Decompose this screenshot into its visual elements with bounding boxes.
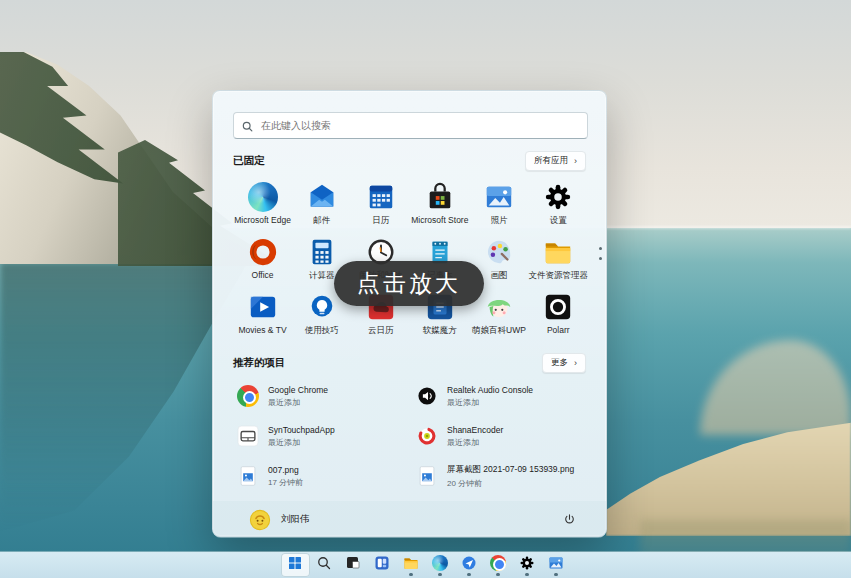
pinned-app-label: 邮件	[313, 215, 330, 227]
pinned-app-calendar[interactable]: 日历	[351, 179, 410, 234]
page-indicator[interactable]	[599, 247, 602, 260]
pinned-app-label: 计算器	[309, 270, 335, 282]
user-account-button[interactable]: 刘阳伟	[249, 509, 310, 531]
zoom-tooltip-label: 点击放大	[357, 268, 461, 299]
store-icon	[425, 182, 455, 212]
edge-icon	[432, 555, 449, 572]
recommended-item[interactable]: Google Chrome最近添加	[237, 376, 408, 416]
recommended-item-meta: 最近添加	[447, 437, 503, 448]
avatar-icon	[249, 517, 271, 534]
paint-icon	[484, 237, 514, 267]
explorer-icon	[543, 237, 573, 267]
win-start-icon	[287, 555, 304, 572]
recommended-item-name: Realtek Audio Console	[447, 385, 533, 395]
pinned-app-label: 萌娘百科UWP	[472, 325, 526, 337]
running-indicator-dot	[409, 573, 413, 576]
page-indicator-dot[interactable]	[599, 257, 602, 260]
taskbar	[0, 552, 851, 578]
search-input[interactable]	[233, 112, 588, 139]
zoom-tooltip[interactable]: 点击放大	[334, 261, 484, 306]
pinned-app-edge[interactable]: Microsoft Edge	[233, 179, 292, 234]
settings-icon	[519, 555, 536, 572]
image-file-icon	[416, 465, 438, 487]
running-indicator-dot	[525, 573, 529, 576]
recommended-item-name: 屏幕截图 2021-07-09 153939.png	[447, 464, 574, 476]
pinned-app-label: 日历	[372, 215, 389, 227]
taskbar-button-edge[interactable]	[426, 553, 455, 577]
recommended-item-name: SynTouchpadApp	[268, 425, 335, 435]
taskbar-button-search[interactable]	[310, 553, 339, 577]
moegirl-icon	[484, 292, 514, 322]
chrome-icon	[490, 555, 507, 572]
taskbar-button-file-explorer[interactable]	[397, 553, 426, 577]
recommended-item-name: Google Chrome	[268, 385, 328, 395]
recommended-item[interactable]: Realtek Audio Console最近添加	[416, 376, 587, 416]
calendar-icon	[366, 182, 396, 212]
shana-icon	[416, 425, 438, 447]
pinned-app-polarr[interactable]: Polarr	[528, 289, 588, 344]
pinned-title: 已固定	[233, 154, 265, 168]
realtek-icon	[416, 385, 438, 407]
recommended-title: 推荐的项目	[233, 356, 286, 370]
recommended-item-meta: 最近添加	[268, 437, 335, 448]
pinned-app-movies[interactable]: Movies & TV	[233, 289, 292, 344]
photos-icon	[484, 182, 514, 212]
taskbar-button-settings[interactable]	[513, 553, 542, 577]
image-file-icon	[237, 465, 259, 487]
running-indicator-dot	[554, 573, 558, 576]
pinned-app-explorer[interactable]: 文件资源管理器	[528, 234, 588, 289]
movies-icon	[248, 292, 278, 322]
tips-icon	[307, 292, 337, 322]
taskbar-button-widgets[interactable]	[368, 553, 397, 577]
all-apps-button[interactable]: 所有应用 ›	[525, 151, 586, 171]
pinned-app-settings[interactable]: 设置	[528, 179, 588, 234]
recommended-item[interactable]: ShanaEncoder最近添加	[416, 416, 587, 456]
polarr-icon	[543, 292, 573, 322]
start-menu: 已固定 所有应用 › Microsoft Edge邮件日历Microsoft S…	[212, 90, 607, 537]
taskbar-button-maps[interactable]	[455, 553, 484, 577]
search-icon	[241, 119, 254, 132]
taskbar-button-chrome[interactable]	[484, 553, 513, 577]
touchpad-icon	[237, 425, 259, 447]
pinned-app-mail[interactable]: 邮件	[292, 179, 351, 234]
running-indicator-dot	[496, 573, 500, 576]
page-indicator-dot[interactable]	[599, 247, 602, 250]
more-button[interactable]: 更多 ›	[542, 353, 586, 373]
desktop: 已固定 所有应用 › Microsoft Edge邮件日历Microsoft S…	[0, 0, 851, 578]
recommended-item-meta: 17 分钟前	[268, 477, 303, 488]
pinned-app-photos[interactable]: 照片	[469, 179, 528, 234]
taskbar-button-photos[interactable]	[542, 553, 571, 577]
recommended-item-name: 007.png	[268, 465, 303, 475]
recommended-item-name: ShanaEncoder	[447, 425, 503, 435]
pinned-app-store[interactable]: Microsoft Store	[410, 179, 469, 234]
recommended-grid: Google Chrome最近添加Realtek Audio Console最近…	[237, 376, 587, 496]
pinned-app-label: 照片	[490, 215, 507, 227]
pinned-app-label: Microsoft Store	[411, 215, 468, 225]
search-box[interactable]	[233, 112, 588, 139]
recommended-item[interactable]: 007.png17 分钟前	[237, 456, 408, 496]
recommended-item-meta: 最近添加	[268, 397, 328, 408]
tb-search-icon	[316, 555, 333, 572]
pinned-app-label: 设置	[550, 215, 567, 227]
recommended-item[interactable]: SynTouchpadApp最近添加	[237, 416, 408, 456]
widgets-icon	[374, 555, 391, 572]
pinned-app-label: Office	[252, 270, 274, 280]
settings-icon	[543, 182, 573, 212]
user-name: 刘阳伟	[281, 513, 310, 526]
running-indicator-dot	[438, 573, 442, 576]
taskview-icon	[345, 555, 362, 572]
chevron-right-icon: ›	[574, 157, 577, 166]
chrome-icon	[237, 385, 259, 407]
recommended-item-meta: 最近添加	[447, 397, 533, 408]
power-button[interactable]	[558, 509, 580, 531]
taskbar-items	[281, 553, 571, 577]
recommended-item[interactable]: 屏幕截图 2021-07-09 153939.png20 分钟前	[416, 456, 587, 496]
pinned-app-label: Microsoft Edge	[234, 215, 291, 225]
pinned-app-label: 云日历	[368, 325, 394, 337]
power-icon	[563, 513, 576, 526]
pinned-app-office[interactable]: Office	[233, 234, 292, 289]
pinned-app-label: Movies & TV	[239, 325, 287, 335]
taskbar-button-start[interactable]	[281, 553, 310, 577]
taskbar-button-task-view[interactable]	[339, 553, 368, 577]
pinned-app-label: 文件资源管理器	[528, 270, 588, 282]
